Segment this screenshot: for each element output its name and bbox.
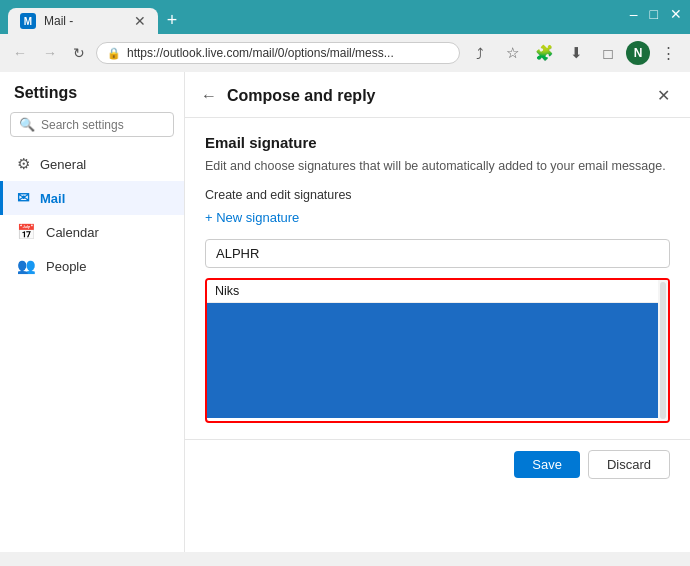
search-input[interactable] bbox=[41, 118, 165, 132]
general-icon: ⚙ bbox=[17, 155, 30, 173]
address-bar[interactable]: 🔒 https://outlook.live.com/mail/0/option… bbox=[96, 42, 460, 64]
people-icon: 👥 bbox=[17, 257, 36, 275]
nav-actions: ⤴ ☆ 🧩 ⬇ □ N ⋮ bbox=[466, 39, 682, 67]
sidebar-item-calendar[interactable]: 📅 Calendar bbox=[0, 215, 184, 249]
editor-header-text: Niks bbox=[207, 280, 668, 303]
panel-header: ← Compose and reply ✕ bbox=[185, 72, 690, 118]
sidebar-item-people[interactable]: 👥 People bbox=[0, 249, 184, 283]
refresh-button[interactable]: ↻ bbox=[68, 42, 90, 64]
section-description: Edit and choose signatures that will be … bbox=[205, 157, 670, 176]
discard-button[interactable]: Discard bbox=[588, 450, 670, 479]
star-icon[interactable]: ☆ bbox=[498, 39, 526, 67]
window-maximize-button[interactable]: □ bbox=[650, 6, 658, 22]
sidebar: Settings 🔍 ⚙ General ✉ Mail 📅 Calendar 👥… bbox=[0, 72, 185, 552]
editor-content-area[interactable] bbox=[207, 303, 668, 418]
app-layout: Settings 🔍 ⚙ General ✉ Mail 📅 Calendar 👥… bbox=[0, 72, 690, 552]
back-button[interactable]: ← bbox=[8, 42, 32, 64]
main-content: ← Compose and reply ✕ Email signature Ed… bbox=[185, 72, 690, 552]
profile-avatar[interactable]: N bbox=[626, 41, 650, 65]
tab-title: Mail - bbox=[44, 14, 73, 28]
panel-close-button[interactable]: ✕ bbox=[657, 86, 670, 105]
search-box[interactable]: 🔍 bbox=[10, 112, 174, 137]
new-signature-button[interactable]: + New signature bbox=[205, 210, 299, 225]
new-tab-button[interactable]: + bbox=[158, 6, 186, 34]
window-close-button[interactable]: ✕ bbox=[670, 6, 682, 22]
nav-bar: ← → ↻ 🔒 https://outlook.live.com/mail/0/… bbox=[0, 34, 690, 72]
sidebar-item-label-calendar: Calendar bbox=[46, 225, 99, 240]
panel-body: Email signature Edit and choose signatur… bbox=[185, 118, 690, 439]
panel-title: Compose and reply bbox=[227, 87, 647, 105]
search-icon: 🔍 bbox=[19, 117, 35, 132]
panel-back-button[interactable]: ← bbox=[201, 87, 217, 105]
sidebar-item-mail[interactable]: ✉ Mail bbox=[0, 181, 184, 215]
mail-icon: ✉ bbox=[17, 189, 30, 207]
sidebar-item-label-people: People bbox=[46, 259, 86, 274]
calendar-icon: 📅 bbox=[17, 223, 36, 241]
save-button[interactable]: Save bbox=[514, 451, 580, 478]
tab-close-button[interactable]: ✕ bbox=[134, 13, 146, 29]
sub-section-label: Create and edit signatures bbox=[205, 188, 670, 202]
sidebar-title: Settings bbox=[0, 84, 184, 112]
signature-editor[interactable]: Niks bbox=[205, 278, 670, 423]
section-title: Email signature bbox=[205, 134, 670, 151]
browser-tab[interactable]: M Mail - ✕ bbox=[8, 8, 158, 34]
editor-scrollbar[interactable] bbox=[658, 280, 668, 421]
tab-favicon: M bbox=[20, 13, 36, 29]
panel-footer: Save Discard bbox=[185, 439, 690, 489]
extension-icon[interactable]: 🧩 bbox=[530, 39, 558, 67]
url-text: https://outlook.live.com/mail/0/options/… bbox=[127, 46, 449, 60]
sidebar-item-label-general: General bbox=[40, 157, 86, 172]
menu-icon[interactable]: ⋮ bbox=[654, 39, 682, 67]
share-icon[interactable]: ⤴ bbox=[466, 39, 494, 67]
lock-icon: 🔒 bbox=[107, 47, 121, 60]
collections-icon[interactable]: □ bbox=[594, 39, 622, 67]
sidebar-item-label-mail: Mail bbox=[40, 191, 65, 206]
signature-name-input[interactable] bbox=[205, 239, 670, 268]
scrollbar-track bbox=[660, 282, 666, 419]
download-icon[interactable]: ⬇ bbox=[562, 39, 590, 67]
forward-button[interactable]: → bbox=[38, 42, 62, 64]
sidebar-item-general[interactable]: ⚙ General bbox=[0, 147, 184, 181]
window-minimize-button[interactable]: – bbox=[630, 6, 638, 22]
